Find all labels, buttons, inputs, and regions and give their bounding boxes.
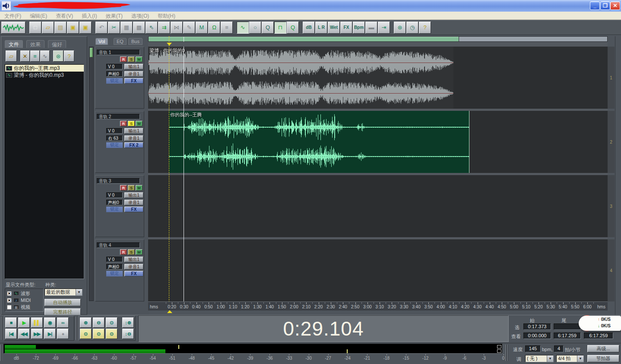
time-display[interactable]: 0:29.104 bbox=[138, 315, 509, 342]
checkbox-video[interactable] bbox=[7, 305, 12, 310]
track-tab-bus[interactable]: Bus bbox=[128, 38, 143, 45]
cursor-tool-button[interactable]: ⇖ bbox=[146, 22, 158, 34]
horizontal-overview-bar-rest[interactable] bbox=[459, 36, 608, 42]
chevron-down-icon[interactable]: ▼ bbox=[76, 289, 82, 295]
track-3-pan-value[interactable]: 声相0 bbox=[106, 200, 123, 205]
track-1-pan-value[interactable]: 声相0 bbox=[106, 71, 123, 77]
maximize-button[interactable]: ❐ bbox=[600, 1, 610, 10]
track-1-waveform-clip[interactable] bbox=[148, 47, 453, 109]
snap-to-frames-button[interactable]: Q bbox=[262, 22, 274, 34]
track-4-pan-value[interactable]: 声相0 bbox=[106, 264, 123, 270]
tab-effects[interactable]: 效果 bbox=[26, 40, 44, 48]
track-4-name[interactable]: 音轨 4 bbox=[97, 242, 140, 248]
menu-item-edit[interactable]: 编辑(E) bbox=[25, 12, 51, 21]
track-1-volume-value[interactable]: V 0 bbox=[106, 64, 123, 69]
track-2-record-arm-button[interactable]: R bbox=[120, 121, 127, 126]
snap-to-clips-button[interactable]: ∿ bbox=[237, 22, 249, 34]
zoom-grip[interactable] bbox=[76, 317, 78, 340]
track-2-waveform-clip[interactable] bbox=[169, 111, 469, 173]
zoom-out-vertical-button[interactable]: ↕⊖ bbox=[122, 329, 134, 339]
pan-envelope-button[interactable]: L R bbox=[315, 22, 327, 34]
track-4-record-device-button[interactable]: 录音1 bbox=[124, 264, 143, 270]
track-1-name[interactable]: 音轨 1 bbox=[97, 50, 140, 55]
menu-item-help[interactable]: 帮助(H) bbox=[153, 12, 180, 21]
print-button[interactable]: ▤ bbox=[54, 22, 67, 34]
track-1-lock-button[interactable]: 锁定 bbox=[106, 78, 123, 84]
view-start-value[interactable]: 0:00.000 bbox=[523, 333, 551, 339]
panel-settings-button[interactable]: ⊛ bbox=[53, 50, 63, 62]
clip-indicator-right[interactable] bbox=[497, 349, 501, 353]
loop-button[interactable]: ∞ bbox=[57, 317, 69, 328]
fx-envelope-button[interactable]: FX bbox=[340, 22, 352, 34]
track-1-mute-button[interactable]: M bbox=[136, 56, 143, 62]
track-3-volume-value[interactable]: V 0 bbox=[106, 192, 123, 198]
panel-help-button[interactable]: ? bbox=[64, 50, 74, 62]
pause-button[interactable]: ▌▌ bbox=[31, 317, 43, 328]
menu-item-options[interactable]: 选项(O) bbox=[127, 12, 153, 21]
quantize-move-button[interactable]: Q bbox=[287, 22, 299, 34]
open-import-file-button[interactable]: ▱ bbox=[6, 50, 17, 62]
clip-edge-drag-button[interactable]: ⇥ bbox=[378, 22, 390, 34]
close-button[interactable]: ✕ bbox=[610, 1, 620, 10]
track-3-record-arm-button[interactable]: R bbox=[120, 185, 127, 191]
advanced-button[interactable]: 高级... bbox=[587, 345, 619, 352]
chevron-down-icon[interactable]: ▼ bbox=[577, 355, 583, 362]
transport-grip[interactable] bbox=[1, 317, 3, 340]
snap-to-zero-button[interactable]: ○ bbox=[249, 22, 261, 34]
zoom-to-selection-button[interactable]: ⊙ bbox=[93, 329, 105, 339]
track-3-fx-button[interactable]: FX bbox=[124, 207, 143, 212]
menu-item-effects[interactable]: 效果(T) bbox=[101, 12, 127, 21]
track-4-volume-value[interactable]: V 0 bbox=[106, 257, 123, 262]
undo-button[interactable]: ↶ bbox=[95, 22, 108, 34]
menu-item-file[interactable]: 文件(F) bbox=[0, 12, 25, 21]
mix-paste-button[interactable]: ▩ bbox=[133, 22, 145, 34]
file-list-item[interactable]: ∿你的我的--王腾.mp3 bbox=[5, 65, 84, 72]
title-bar[interactable]: _ ❐ ✕ bbox=[0, 0, 621, 12]
schedule-clock-button[interactable]: ◷ bbox=[406, 22, 418, 34]
file-list[interactable]: ∿你的我的--王腾.mp3∿梁博 - 你的我的0.mp3 bbox=[5, 64, 84, 279]
track-panel-scrollbar[interactable] bbox=[89, 47, 94, 301]
zoom-sel-left-button[interactable]: ⊙ bbox=[80, 329, 92, 339]
track-4-lock-button[interactable]: 锁定 bbox=[106, 271, 123, 276]
track-4-fx-button[interactable]: FX bbox=[124, 271, 143, 276]
zoom-out-button[interactable]: ⊖ bbox=[93, 317, 105, 328]
track-2-pan-value[interactable]: 右 63 bbox=[106, 135, 123, 141]
zoom-sel-right-button[interactable]: ⊙ bbox=[106, 329, 117, 339]
horizontal-overview-bar[interactable] bbox=[148, 36, 459, 42]
cut-button[interactable]: ✂ bbox=[108, 22, 120, 34]
chevron-down-icon[interactable]: ▼ bbox=[547, 355, 553, 362]
track-3-lock-button[interactable]: 锁定 bbox=[106, 207, 123, 212]
lock-time-button[interactable]: Ω bbox=[208, 22, 220, 34]
track-2-fx-button[interactable]: FX 2 bbox=[124, 142, 143, 148]
track-panel-scroll-thumb[interactable] bbox=[90, 48, 93, 57]
track-4-solo-button[interactable]: S bbox=[128, 249, 135, 255]
selection-start-value[interactable]: 0:17.373 bbox=[523, 323, 551, 330]
beats-per-bar-input[interactable]: 4 bbox=[554, 345, 564, 352]
vertical-scrollbar[interactable] bbox=[615, 36, 621, 315]
wet-dry-envelope-button[interactable]: Wet bbox=[328, 22, 340, 34]
save-button[interactable]: ▣ bbox=[67, 22, 79, 34]
go-to-end-button[interactable]: ▶| bbox=[44, 329, 56, 339]
play-button[interactable]: ▶ bbox=[18, 317, 30, 328]
track-3-record-device-button[interactable]: 录音1 bbox=[124, 200, 143, 205]
view-length-value[interactable]: 6:17.259 bbox=[584, 333, 613, 339]
new-session-button[interactable]: □ bbox=[29, 22, 41, 34]
zoom-in-button[interactable]: ⊕ bbox=[80, 317, 92, 328]
minimize-button[interactable]: _ bbox=[590, 1, 600, 10]
envelope-edit-button[interactable]: ▬ bbox=[365, 22, 377, 34]
save-as-button[interactable]: ▣ bbox=[79, 22, 92, 34]
track-2-volume-value[interactable]: V 0 bbox=[106, 128, 123, 134]
rewind-button[interactable]: ◀◀ bbox=[18, 329, 30, 339]
track-4-lane[interactable] bbox=[148, 239, 608, 301]
clip-2-right-edge[interactable] bbox=[469, 111, 469, 173]
checkbox-midi[interactable]: ✕ bbox=[7, 298, 12, 303]
track-2-name[interactable]: 音轨 2 bbox=[97, 114, 140, 119]
track-1-fx-button[interactable]: FX bbox=[124, 78, 143, 84]
track-1-solo-button[interactable]: S bbox=[128, 56, 135, 62]
mixer-settings-button[interactable]: ⊛ bbox=[394, 22, 406, 34]
key-dropdown[interactable]: ( 无 ) ▼ bbox=[525, 355, 554, 362]
selection-start-line[interactable] bbox=[169, 36, 169, 311]
trim-button[interactable]: ▦ bbox=[120, 22, 133, 34]
time-signature-dropdown[interactable]: 4/4 拍 ▼ bbox=[556, 355, 584, 362]
track-4-output-button[interactable]: 输出1 bbox=[124, 257, 143, 262]
